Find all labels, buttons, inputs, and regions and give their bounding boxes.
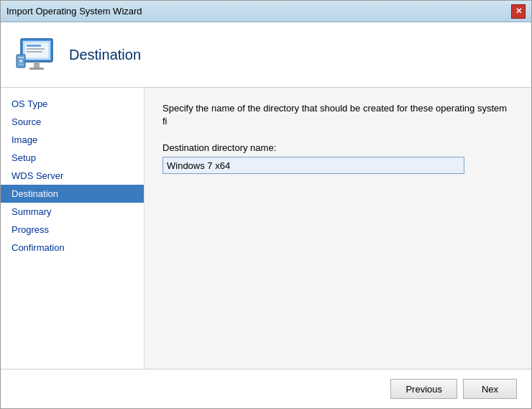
- footer: Previous Nex: [1, 369, 531, 408]
- header-title: Destination: [69, 47, 141, 63]
- sidebar: OS Type Source Image Setup WDS Server De…: [1, 88, 145, 369]
- svg-rect-11: [18, 64, 24, 65]
- right-panel: Specify the name of the directory that s…: [145, 88, 531, 369]
- sidebar-item-confirmation[interactable]: Confirmation: [1, 239, 144, 257]
- sidebar-item-destination[interactable]: Destination: [1, 185, 144, 203]
- title-bar: Import Operating System Wizard ✕: [1, 1, 531, 22]
- main-content: OS Type Source Image Setup WDS Server De…: [1, 88, 531, 369]
- sidebar-item-progress[interactable]: Progress: [1, 221, 144, 239]
- field-label: Destination directory name:: [162, 142, 513, 153]
- svg-rect-7: [29, 68, 44, 70]
- header-icon: [15, 33, 58, 76]
- close-icon: ✕: [515, 6, 522, 16]
- description-text: Specify the name of the directory that s…: [162, 102, 513, 128]
- close-button[interactable]: ✕: [511, 4, 526, 19]
- sidebar-item-summary[interactable]: Summary: [1, 203, 144, 221]
- sidebar-item-setup[interactable]: Setup: [1, 149, 144, 167]
- svg-rect-6: [34, 62, 40, 68]
- content-area: Destination OS Type Source Image Setup W…: [1, 22, 531, 369]
- previous-button[interactable]: Previous: [390, 379, 457, 399]
- wizard-window: Import Operating System Wizard ✕: [0, 0, 532, 409]
- window-title: Import Operating System Wizard: [6, 6, 142, 17]
- sidebar-item-os-type[interactable]: OS Type: [1, 95, 144, 113]
- header-panel: Destination: [1, 22, 531, 88]
- svg-point-10: [19, 60, 22, 63]
- svg-rect-4: [27, 48, 45, 50]
- svg-rect-9: [18, 57, 24, 58]
- destination-directory-input[interactable]: [162, 157, 464, 174]
- svg-rect-3: [27, 45, 41, 47]
- sidebar-item-image[interactable]: Image: [1, 131, 144, 149]
- sidebar-item-wds-server[interactable]: WDS Server: [1, 167, 144, 185]
- svg-rect-5: [27, 51, 42, 52]
- sidebar-item-source[interactable]: Source: [1, 113, 144, 131]
- next-button[interactable]: Nex: [463, 379, 517, 399]
